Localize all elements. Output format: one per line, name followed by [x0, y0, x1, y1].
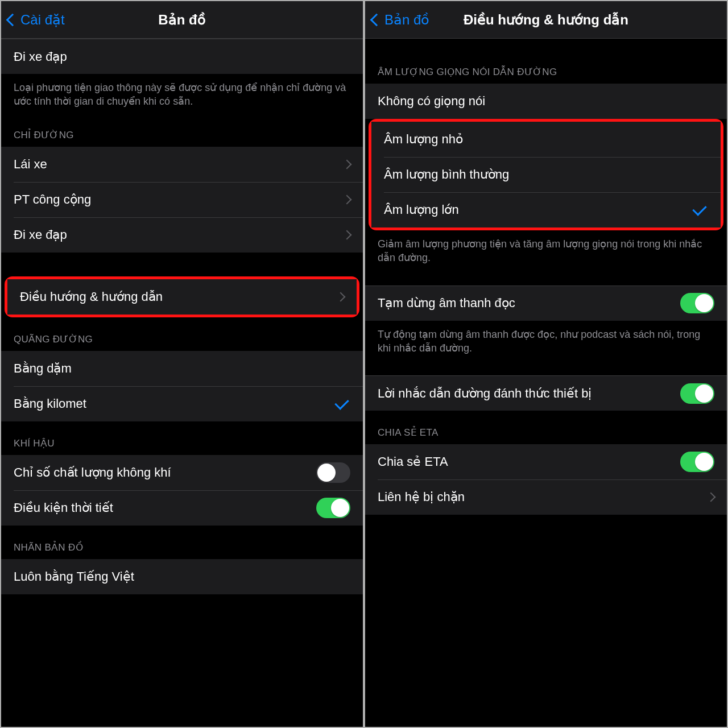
toggle-aqi[interactable]	[316, 462, 350, 483]
row-weather[interactable]: Điều kiện thời tiết	[1, 490, 363, 526]
row-miles[interactable]: Bằng dặm	[1, 351, 363, 386]
row-label: Tạm dừng âm thanh đọc	[378, 296, 680, 311]
row-label: Đi xe đạp	[14, 228, 344, 242]
row-pause-spoken[interactable]: Tạm dừng âm thanh đọc	[365, 286, 727, 321]
back-button[interactable]: Cài đặt	[8, 12, 65, 28]
row-label: Lái xe	[14, 157, 344, 172]
row-label: Âm lượng bình thường	[384, 167, 708, 182]
row-label: Liên hệ bị chặn	[378, 490, 708, 504]
highlight-box: Điều hướng & hướng dẫn	[5, 276, 359, 317]
toggle-knob	[695, 294, 713, 312]
row-no-voice[interactable]: Không có giọng nói	[365, 84, 727, 119]
content: Đi xe đạp Loại phương tiện giao thông nà…	[1, 39, 363, 727]
row-navigation-guidance[interactable]: Điều hướng & hướng dẫn	[7, 279, 357, 315]
chevron-left-icon	[6, 13, 19, 26]
settings-maps-screen: Cài đặt Bản đồ Đi xe đạp Loại phương tiệ…	[1, 1, 363, 727]
back-label: Cài đặt	[20, 12, 65, 28]
row-always-viet[interactable]: Luôn bằng Tiếng Việt	[1, 559, 363, 594]
row-driving[interactable]: Lái xe	[1, 147, 363, 182]
content: ÂM LƯỢNG GIỌNG NÓI DẪN ĐƯỜNG Không có gi…	[365, 39, 727, 727]
back-button[interactable]: Bản đồ	[372, 12, 429, 28]
row-low-volume[interactable]: Âm lượng nhỏ	[371, 122, 721, 157]
row-label: PT công cộng	[14, 192, 344, 207]
check-icon	[334, 395, 349, 410]
section-footer-volume: Giảm âm lượng phương tiện và tăng âm lượ…	[365, 230, 727, 270]
back-label: Bản đồ	[384, 12, 429, 28]
section-header-distance: QUÃNG ĐƯỜNG	[1, 317, 363, 351]
row-label: Đi xe đạp	[14, 49, 350, 64]
row-cycling[interactable]: Đi xe đạp	[1, 39, 363, 74]
nav-bar: Bản đồ Điều hướng & hướng dẫn	[365, 1, 727, 39]
row-label: Điều kiện thời tiết	[14, 500, 316, 515]
row-label: Lời nhắc dẫn đường đánh thức thiết bị	[378, 386, 680, 401]
toggle-knob	[695, 453, 713, 471]
row-label: Bằng dặm	[14, 361, 350, 376]
navigation-guidance-screen: Bản đồ Điều hướng & hướng dẫn ÂM LƯỢNG G…	[365, 1, 727, 727]
chevron-right-icon	[342, 230, 352, 239]
nav-bar: Cài đặt Bản đồ	[1, 1, 363, 39]
row-label: Âm lượng lớn	[384, 202, 693, 217]
row-label: Điều hướng & hướng dẫn	[20, 289, 337, 304]
section-header-eta: CHIA SẺ ETA	[365, 411, 727, 444]
section-header-map-labels: NHÃN BẢN ĐỒ	[1, 526, 363, 559]
row-transit[interactable]: PT công cộng	[1, 182, 363, 217]
nav-title: Bản đồ	[158, 12, 205, 28]
toggle-knob	[317, 464, 336, 482]
section-header-climate: KHÍ HẬU	[1, 421, 363, 455]
row-label: Chia sẻ ETA	[378, 454, 680, 469]
row-aqi[interactable]: Chỉ số chất lượng không khí	[1, 455, 363, 490]
chevron-left-icon	[370, 13, 383, 26]
chevron-right-icon	[342, 195, 352, 204]
toggle-share-eta[interactable]	[680, 452, 714, 472]
check-icon	[692, 201, 706, 216]
toggle-knob	[695, 384, 713, 403]
section-header-volume: ÂM LƯỢNG GIỌNG NÓI DẪN ĐƯỜNG	[365, 39, 727, 84]
chevron-right-icon	[342, 159, 352, 169]
chevron-right-icon	[706, 493, 716, 502]
row-label: Bằng kilomet	[14, 396, 336, 411]
row-label: Âm lượng nhỏ	[384, 132, 708, 147]
row-label: Luôn bằng Tiếng Việt	[14, 569, 350, 584]
row-kilometers[interactable]: Bằng kilomet	[1, 386, 363, 421]
section-header-directions: CHỈ ĐƯỜNG	[1, 113, 363, 147]
row-wake-device[interactable]: Lời nhắc dẫn đường đánh thức thiết bị	[365, 375, 727, 411]
highlight-box: Âm lượng nhỏ Âm lượng bình thường Âm lượ…	[369, 119, 723, 230]
row-blocked-contacts[interactable]: Liên hệ bị chặn	[365, 479, 727, 515]
toggle-knob	[331, 499, 349, 517]
section-footer-cycling: Loại phương tiện giao thông này sẽ được …	[1, 74, 363, 113]
chevron-right-icon	[336, 292, 346, 301]
row-label: Không có giọng nói	[378, 94, 714, 109]
row-normal-volume[interactable]: Âm lượng bình thường	[371, 157, 721, 192]
toggle-weather[interactable]	[316, 498, 350, 518]
nav-title: Điều hướng & hướng dẫn	[464, 12, 628, 28]
section-footer-pause: Tự động tạm dừng âm thanh được đọc, như …	[365, 321, 727, 360]
row-loud-volume[interactable]: Âm lượng lớn	[371, 192, 721, 228]
toggle-wake-device[interactable]	[680, 383, 714, 404]
row-label: Chỉ số chất lượng không khí	[14, 465, 316, 480]
toggle-pause-spoken[interactable]	[680, 293, 714, 313]
row-cycling2[interactable]: Đi xe đạp	[1, 217, 363, 253]
row-share-eta[interactable]: Chia sẻ ETA	[365, 444, 727, 479]
